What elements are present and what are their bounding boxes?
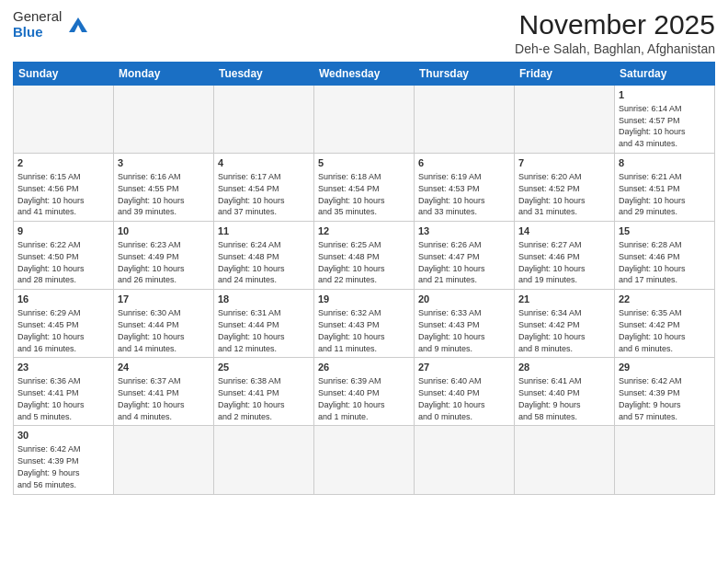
weekday-header: Thursday xyxy=(415,63,515,86)
day-number: 6 xyxy=(418,156,510,170)
calendar-cell: 26Sunrise: 6:39 AM Sunset: 4:40 PM Dayli… xyxy=(314,358,415,426)
logo-icon xyxy=(65,12,91,38)
day-number: 3 xyxy=(118,156,210,170)
weekday-header: Monday xyxy=(114,63,214,86)
weekday-header-row: SundayMondayTuesdayWednesdayThursdayFrid… xyxy=(14,63,715,86)
day-number: 17 xyxy=(118,293,210,306)
calendar-week-row: 2Sunrise: 6:15 AM Sunset: 4:56 PM Daylig… xyxy=(14,154,715,222)
day-info: Sunrise: 6:15 AM Sunset: 4:56 PM Dayligh… xyxy=(17,172,85,216)
calendar-cell: 3Sunrise: 6:16 AM Sunset: 4:55 PM Daylig… xyxy=(114,154,214,222)
day-info: Sunrise: 6:33 AM Sunset: 4:43 PM Dayligh… xyxy=(418,308,485,352)
day-info: Sunrise: 6:40 AM Sunset: 4:40 PM Dayligh… xyxy=(418,376,485,420)
calendar-cell xyxy=(515,426,615,494)
weekday-header: Tuesday xyxy=(214,63,314,86)
location: Deh-e Salah, Baghlan, Afghanistan xyxy=(515,41,715,56)
day-info: Sunrise: 6:29 AM Sunset: 4:45 PM Dayligh… xyxy=(17,308,85,352)
day-number: 8 xyxy=(619,156,711,170)
day-number: 10 xyxy=(118,224,210,238)
day-info: Sunrise: 6:35 AM Sunset: 4:42 PM Dayligh… xyxy=(619,308,686,352)
calendar-cell xyxy=(314,426,415,494)
calendar-cell: 23Sunrise: 6:36 AM Sunset: 4:41 PM Dayli… xyxy=(14,358,114,426)
day-number: 14 xyxy=(518,224,610,238)
day-number: 13 xyxy=(418,224,510,238)
day-number: 22 xyxy=(619,293,711,306)
day-number: 28 xyxy=(518,361,610,374)
calendar-cell: 22Sunrise: 6:35 AM Sunset: 4:42 PM Dayli… xyxy=(615,290,715,358)
logo-general: General xyxy=(13,9,62,25)
day-number: 27 xyxy=(418,361,510,374)
day-info: Sunrise: 6:14 AM Sunset: 4:57 PM Dayligh… xyxy=(619,104,686,148)
day-number: 5 xyxy=(318,156,410,170)
calendar-cell: 7Sunrise: 6:20 AM Sunset: 4:52 PM Daylig… xyxy=(515,154,615,222)
day-info: Sunrise: 6:30 AM Sunset: 4:44 PM Dayligh… xyxy=(118,308,185,352)
calendar-week-row: 16Sunrise: 6:29 AM Sunset: 4:45 PM Dayli… xyxy=(14,290,715,358)
day-number: 16 xyxy=(17,293,109,306)
calendar-cell xyxy=(214,86,314,154)
day-info: Sunrise: 6:26 AM Sunset: 4:47 PM Dayligh… xyxy=(418,240,485,284)
calendar-week-row: 23Sunrise: 6:36 AM Sunset: 4:41 PM Dayli… xyxy=(14,358,715,426)
day-number: 7 xyxy=(518,156,610,170)
title-section: November 2025 Deh-e Salah, Baghlan, Afgh… xyxy=(515,9,715,56)
day-info: Sunrise: 6:31 AM Sunset: 4:44 PM Dayligh… xyxy=(218,308,285,352)
calendar-cell xyxy=(314,86,415,154)
calendar-cell xyxy=(415,426,515,494)
calendar-cell: 14Sunrise: 6:27 AM Sunset: 4:46 PM Dayli… xyxy=(515,222,615,290)
day-number: 29 xyxy=(619,361,711,374)
calendar-cell: 1Sunrise: 6:14 AM Sunset: 4:57 PM Daylig… xyxy=(615,86,715,154)
calendar-cell: 27Sunrise: 6:40 AM Sunset: 4:40 PM Dayli… xyxy=(415,358,515,426)
logo: General Blue xyxy=(13,9,91,40)
day-info: Sunrise: 6:36 AM Sunset: 4:41 PM Dayligh… xyxy=(17,376,85,420)
day-info: Sunrise: 6:22 AM Sunset: 4:50 PM Dayligh… xyxy=(17,240,85,284)
calendar-cell: 6Sunrise: 6:19 AM Sunset: 4:53 PM Daylig… xyxy=(415,154,515,222)
weekday-header: Friday xyxy=(515,63,615,86)
calendar-cell xyxy=(415,86,515,154)
calendar-week-row: 30Sunrise: 6:42 AM Sunset: 4:39 PM Dayli… xyxy=(14,426,715,494)
day-number: 18 xyxy=(218,293,310,306)
day-number: 25 xyxy=(218,361,310,374)
calendar-cell: 4Sunrise: 6:17 AM Sunset: 4:54 PM Daylig… xyxy=(214,154,314,222)
page: General Blue November 2025 Deh-e Salah, … xyxy=(0,0,728,563)
day-number: 12 xyxy=(318,224,410,238)
day-number: 26 xyxy=(318,361,410,374)
calendar-cell xyxy=(114,86,214,154)
day-info: Sunrise: 6:17 AM Sunset: 4:54 PM Dayligh… xyxy=(218,172,285,216)
calendar-week-row: 9Sunrise: 6:22 AM Sunset: 4:50 PM Daylig… xyxy=(14,222,715,290)
day-info: Sunrise: 6:18 AM Sunset: 4:54 PM Dayligh… xyxy=(318,172,385,216)
calendar-cell: 16Sunrise: 6:29 AM Sunset: 4:45 PM Dayli… xyxy=(14,290,114,358)
calendar-cell: 28Sunrise: 6:41 AM Sunset: 4:40 PM Dayli… xyxy=(515,358,615,426)
calendar-cell: 10Sunrise: 6:23 AM Sunset: 4:49 PM Dayli… xyxy=(114,222,214,290)
calendar-cell: 18Sunrise: 6:31 AM Sunset: 4:44 PM Dayli… xyxy=(214,290,314,358)
day-number: 30 xyxy=(17,429,109,442)
calendar-cell: 9Sunrise: 6:22 AM Sunset: 4:50 PM Daylig… xyxy=(14,222,114,290)
day-info: Sunrise: 6:28 AM Sunset: 4:46 PM Dayligh… xyxy=(619,240,686,284)
header: General Blue November 2025 Deh-e Salah, … xyxy=(13,9,715,56)
day-info: Sunrise: 6:38 AM Sunset: 4:41 PM Dayligh… xyxy=(218,376,285,420)
day-info: Sunrise: 6:16 AM Sunset: 4:55 PM Dayligh… xyxy=(118,172,185,216)
day-info: Sunrise: 6:32 AM Sunset: 4:43 PM Dayligh… xyxy=(318,308,385,352)
calendar-week-row: 1Sunrise: 6:14 AM Sunset: 4:57 PM Daylig… xyxy=(14,86,715,154)
day-info: Sunrise: 6:42 AM Sunset: 4:39 PM Dayligh… xyxy=(17,444,81,488)
calendar-cell: 2Sunrise: 6:15 AM Sunset: 4:56 PM Daylig… xyxy=(14,154,114,222)
day-info: Sunrise: 6:34 AM Sunset: 4:42 PM Dayligh… xyxy=(518,308,586,352)
calendar-cell: 11Sunrise: 6:24 AM Sunset: 4:48 PM Dayli… xyxy=(214,222,314,290)
day-info: Sunrise: 6:21 AM Sunset: 4:51 PM Dayligh… xyxy=(619,172,686,216)
weekday-header: Saturday xyxy=(615,63,715,86)
calendar-cell: 21Sunrise: 6:34 AM Sunset: 4:42 PM Dayli… xyxy=(515,290,615,358)
day-info: Sunrise: 6:19 AM Sunset: 4:53 PM Dayligh… xyxy=(418,172,485,216)
day-number: 11 xyxy=(218,224,310,238)
day-number: 21 xyxy=(518,293,610,306)
day-number: 19 xyxy=(318,293,410,306)
calendar-cell xyxy=(214,426,314,494)
calendar-cell: 12Sunrise: 6:25 AM Sunset: 4:48 PM Dayli… xyxy=(314,222,415,290)
day-number: 9 xyxy=(17,224,109,238)
calendar: SundayMondayTuesdayWednesdayThursdayFrid… xyxy=(13,62,715,495)
calendar-cell: 15Sunrise: 6:28 AM Sunset: 4:46 PM Dayli… xyxy=(615,222,715,290)
day-info: Sunrise: 6:24 AM Sunset: 4:48 PM Dayligh… xyxy=(218,240,285,284)
day-info: Sunrise: 6:42 AM Sunset: 4:39 PM Dayligh… xyxy=(619,376,682,420)
calendar-cell: 13Sunrise: 6:26 AM Sunset: 4:47 PM Dayli… xyxy=(415,222,515,290)
calendar-cell xyxy=(515,86,615,154)
day-number: 23 xyxy=(17,361,109,374)
logo-text: General Blue xyxy=(13,9,62,40)
logo-blue: Blue xyxy=(13,25,62,40)
calendar-cell: 30Sunrise: 6:42 AM Sunset: 4:39 PM Dayli… xyxy=(14,426,114,494)
